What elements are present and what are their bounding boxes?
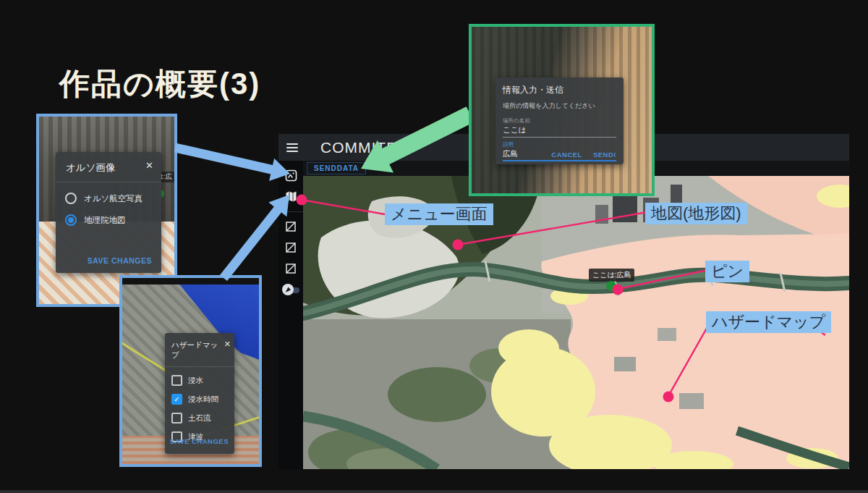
- image-basemap-icon[interactable]: [284, 169, 297, 182]
- arrow-blue-to-basemap-icon: [174, 143, 290, 181]
- pin-tooltip: ここは:広島: [589, 269, 634, 282]
- overlay-toggle-icon[interactable]: [284, 241, 297, 254]
- hazard-dialog: ハザードマップ ✕ 浸水 ✓ 浸水時間 土石流 津波 SAVE CHANGES: [165, 333, 234, 454]
- annotation-menu-screen: メニュー画面: [385, 203, 493, 225]
- checkbox-label: 土石流: [188, 413, 211, 424]
- checkbox-icon-checked[interactable]: ✓: [171, 394, 182, 405]
- screenshot-hazard-dialog: ハザードマップ ✕ 浸水 ✓ 浸水時間 土石流 津波 SAVE CHANGES: [119, 275, 262, 467]
- field-label-description: 説明: [503, 141, 616, 148]
- radio-icon[interactable]: [65, 193, 77, 204]
- input-underline: [503, 137, 616, 138]
- radio-ortho-aerial[interactable]: オルソ航空写真: [65, 193, 161, 204]
- sidebar: [278, 161, 303, 469]
- checkbox-icon[interactable]: [171, 413, 182, 424]
- overlay-toggle-icon[interactable]: [284, 220, 297, 233]
- menu-hamburger-icon[interactable]: [286, 141, 298, 154]
- send-dialog: 情報入力・送信 場所の情報を入力してください 場所の名前 ここは 説明 広島 C…: [495, 77, 624, 164]
- radio-label: オルソ航空写真: [84, 193, 142, 204]
- slide-title: 作品の概要(3): [59, 64, 260, 104]
- tab-senddata[interactable]: SENDDATA: [307, 162, 366, 174]
- annotation-hazard-map: ハザードマップ: [706, 311, 831, 333]
- screenshot-send-dialog: 情報入力・送信 場所の情報を入力してください 場所の名前 ここは 説明 広島 C…: [469, 24, 655, 196]
- dialog-buttons: CANCEL SEND!: [551, 151, 616, 159]
- save-changes-button[interactable]: SAVE CHANGES: [88, 256, 152, 265]
- field-label-place-name: 場所の名前: [503, 117, 616, 125]
- send-button[interactable]: SEND!: [593, 151, 616, 159]
- draw-pen-toggle-icon[interactable]: [281, 283, 300, 296]
- radio-icon-selected[interactable]: [65, 214, 77, 226]
- cancel-button[interactable]: CANCEL: [551, 151, 582, 159]
- place-name-input[interactable]: ここは: [503, 125, 616, 135]
- annotation-pin: ピン: [705, 261, 749, 282]
- send-dialog-title: 情報入力・送信: [503, 84, 616, 96]
- divider: [56, 182, 161, 182]
- sidebar-divider: [278, 211, 303, 212]
- ortho-dialog: オルソ画像 ✕ オルソ航空写真 地理院地図 SAVE CHANGES: [56, 152, 161, 273]
- slide: 作品の概要(3) COMMITEA: [0, 0, 868, 493]
- checkbox-label: 浸水: [188, 376, 203, 386]
- checkbox-flood-time[interactable]: ✓ 浸水時間: [171, 394, 234, 405]
- inset2-header-fragment: [122, 278, 259, 285]
- app-title: COMMITEA: [320, 139, 408, 156]
- checkbox-label: 浸水時間: [188, 395, 218, 405]
- map-icon[interactable]: [284, 190, 297, 203]
- checkbox-icon[interactable]: [171, 375, 182, 386]
- overlay-toggle-icon[interactable]: [284, 262, 297, 275]
- hazard-dialog-title: ハザードマップ: [165, 333, 234, 366]
- slide-bottom-edge: [0, 490, 868, 493]
- close-icon[interactable]: ✕: [145, 160, 153, 171]
- radio-gsi-map[interactable]: 地理院地図: [65, 214, 161, 226]
- checkbox-debris-flow[interactable]: 土石流: [171, 413, 234, 424]
- input-underline-focused: [503, 160, 616, 161]
- divider: [165, 366, 234, 367]
- send-dialog-subtitle: 場所の情報を入力してください: [503, 101, 616, 111]
- checkbox-flood[interactable]: 浸水: [171, 375, 234, 386]
- save-changes-button[interactable]: SAVE CHANGES: [170, 437, 229, 445]
- annotation-map-topographic: 地図(地形図): [645, 203, 747, 224]
- close-icon[interactable]: ✕: [224, 340, 231, 349]
- radio-label: 地理院地図: [84, 215, 126, 226]
